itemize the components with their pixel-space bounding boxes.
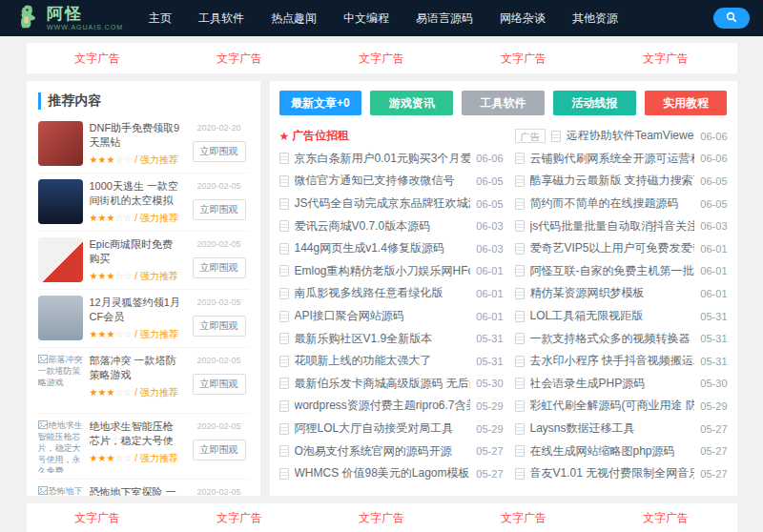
article-row[interactable]: ★ Emlog重构精仿老版小刀娱乐网HFoldao模... 06-01	[279, 260, 504, 283]
article-title[interactable]: 简约而不简单的在线搜题源码	[530, 195, 695, 212]
text-ad-link[interactable]: 文字广告	[74, 51, 120, 67]
recommend-item[interactable]: DNF助手免费领取9天黑钻 ★★★☆☆ / 强力推荐 2020-02-20 立即…	[38, 115, 249, 174]
article-row[interactable]: ★ 花呗新上线的功能太强大了 05-31	[279, 350, 504, 373]
article-row[interactable]: ★ 去水印小程序 快手抖音视频搬运工上热门... 05-31	[504, 350, 728, 373]
article-row[interactable]: ★ 广告位招租	[279, 125, 504, 148]
category-button[interactable]: 最新文章+0	[279, 91, 362, 115]
article-row[interactable]: ★ 爱奇艺VIP5以上用户可免费发爱奇艺VIP红包 06-01	[504, 237, 728, 260]
article-row[interactable]: ★ 云铺购代刷网系统全开源可运营程序搭建 06-06	[504, 148, 728, 171]
nav-item[interactable]: 易语言源码	[416, 10, 473, 27]
recommend-item[interactable]: 部落冲突 一款塔防策略游戏 部落冲突 一款塔防策略游戏 ★★★☆☆ / 强力推荐…	[38, 348, 249, 414]
article-row[interactable]: ★ 最新乐购社区V1.9全新版本 05-31	[279, 327, 504, 350]
article-title[interactable]: 广告位招租	[292, 128, 497, 144]
watch-now-button[interactable]: 立即围观	[193, 316, 246, 337]
article-title[interactable]: WHMCS 价值98美元的Lagom模板开源	[295, 465, 471, 481]
watch-now-button[interactable]: 立即围观	[193, 199, 246, 220]
article-row[interactable]: ★ 精仿某资源网织梦模板 06-01	[504, 282, 728, 305]
text-ad-link[interactable]: 文字广告	[74, 510, 120, 526]
nav-item[interactable]: 主页	[149, 10, 172, 27]
article-title[interactable]: API接口聚合网站源码	[295, 308, 471, 324]
article-row[interactable]: ★ js代码批量批量自动取消抖音关注 06-03	[504, 215, 728, 237]
article-title[interactable]: O泡易支付系统官网的源码开源	[295, 443, 471, 460]
article-title[interactable]: Laysns数据迁移工具	[530, 420, 695, 437]
article-title[interactable]: 酷享磁力云最新版 支持磁力搜索下载和一...	[530, 173, 695, 189]
article-title[interactable]: Emlog重构精仿老版小刀娱乐网HFoldao模...	[295, 263, 471, 279]
article-title[interactable]: 精仿某资源网织梦模板	[530, 285, 695, 301]
article-row[interactable]: ★ 阿怪互联-自家的免费主机第一批正式开启 06-01	[504, 260, 728, 283]
search-button[interactable]	[713, 8, 750, 29]
article-title[interactable]: 爱奇艺VIP5以上用户可免费发爱奇艺VIP红包	[530, 240, 695, 256]
article-row[interactable]: ★ WHMCS 价值98美元的Lagom模板开源 05-27	[279, 462, 504, 485]
category-button[interactable]: 游戏资讯	[370, 91, 453, 115]
text-ad-link[interactable]: 文字广告	[359, 510, 404, 526]
article-row[interactable]: ★ 阿狸LOL大厅自动接受对局工具 05-29	[279, 418, 504, 440]
article-title[interactable]: wordpress资源付费主题ripro6.7含美化包...	[295, 398, 471, 414]
text-ad-link[interactable]: 文字广告	[501, 51, 546, 67]
article-row[interactable]: ★ 彩虹代刷全解源码(可商业用途 防黑) 05-29	[504, 395, 728, 418]
watch-now-button[interactable]: 立即围观	[193, 257, 246, 278]
recommend-item[interactable]: 1000天逃生 一款空间街机的太空模拟经营游戏 ★★★☆☆ / 强力推荐 202…	[38, 174, 249, 232]
article-row[interactable]: ★ 广告 远程协助软件TeamViewer v11 单文件版 06-06	[504, 125, 728, 148]
article-title[interactable]: 音友V1.01 无视付费限制全网音乐无损免费...	[530, 465, 695, 481]
site-logo[interactable]: 阿怪 WWW.AGUAIS.COM	[13, 2, 135, 34]
article-title[interactable]: 在线生成网站缩略图php源码	[530, 443, 695, 460]
article-title[interactable]: 京东白条新用户0.01元购买3个月爱奇艺黄...	[295, 151, 471, 167]
article-row[interactable]: ★ 简约而不简单的在线搜题源码 06-05	[504, 193, 728, 215]
article-row[interactable]: ★ Laysns数据迁移工具 05-27	[504, 418, 728, 440]
nav-item[interactable]: 其他资源	[572, 10, 618, 27]
nav-item[interactable]: 网络杂谈	[500, 10, 546, 27]
article-title[interactable]: 最新伯乐发卡商城高级版源码 无后门	[295, 376, 471, 392]
text-ad-link[interactable]: 文字广告	[359, 51, 404, 67]
article-title[interactable]: 南瓜影视多线路任意看绿化版	[295, 285, 471, 301]
article-row[interactable]: ★ 京东白条新用户0.01元购买3个月爱奇艺黄... 06-06	[279, 148, 504, 171]
text-ad-link[interactable]: 文字广告	[643, 51, 689, 67]
article-title[interactable]: 远程协助软件TeamViewer v11 单文件版	[567, 128, 695, 144]
text-ad-link[interactable]: 文字广告	[501, 510, 546, 526]
article-row[interactable]: ★ 社会语录生成PHP源码 05-30	[504, 373, 728, 396]
article-row[interactable]: ★ 在线生成网站缩略图php源码 05-27	[504, 440, 728, 462]
article-title[interactable]: 社会语录生成PHP源码	[530, 376, 695, 392]
article-title[interactable]: 阿狸LOL大厅自动接受对局工具	[295, 420, 471, 437]
text-ad-link[interactable]: 文字广告	[643, 510, 689, 526]
article-title[interactable]: 144g网页生成v1.4修复版源码	[295, 240, 471, 256]
article-title[interactable]: 微信官方通知已支持修改微信号	[295, 173, 471, 189]
article-title[interactable]: 云铺购代刷网系统全开源可运营程序搭建	[530, 151, 695, 167]
nav-item[interactable]: 中文编程	[343, 10, 389, 27]
article-row[interactable]: ★ 爱讯云商城V0.7.0版本源码 06-03	[279, 215, 504, 237]
article-title[interactable]: JS代码全自动完成京东品牌狂欢城活动任务	[295, 195, 471, 212]
category-button[interactable]: 工具软件	[462, 91, 545, 115]
recommend-item[interactable]: 绝地求生智能压枪芯片，稳定大号使用，永久免费 绝地求生智能压枪芯片，稳定大号使用…	[38, 414, 249, 480]
category-button[interactable]: 活动线报	[553, 91, 636, 115]
article-title[interactable]: 彩虹代刷全解源码(可商业用途 防黑)	[530, 398, 695, 414]
article-row[interactable]: ★ 一款支持格式众多的视频转换器 05-31	[504, 327, 728, 350]
category-button[interactable]: 实用教程	[645, 91, 728, 115]
article-title[interactable]: 去水印小程序 快手抖音视频搬运工上热门...	[530, 353, 695, 369]
article-title[interactable]: 阿怪互联-自家的免费主机第一批正式开启	[530, 263, 695, 279]
article-title[interactable]: 一款支持格式众多的视频转换器	[530, 331, 695, 347]
article-row[interactable]: ★ JS代码全自动完成京东品牌狂欢城活动任务 06-05	[279, 193, 504, 215]
article-row[interactable]: ★ 酷享磁力云最新版 支持磁力搜索下载和一... 06-05	[504, 170, 728, 193]
article-row[interactable]: ★ 微信官方通知已支持修改微信号 06-05	[279, 170, 504, 193]
article-title[interactable]: js代码批量批量自动取消抖音关注	[530, 218, 695, 235]
watch-now-button[interactable]: 立即围观	[193, 141, 246, 162]
article-title[interactable]: 花呗新上线的功能太强大了	[295, 353, 471, 369]
nav-item[interactable]: 工具软件	[198, 10, 244, 27]
article-row[interactable]: ★ 音友V1.01 无视付费限制全网音乐无损免费... 05-27	[504, 462, 728, 485]
article-row[interactable]: ★ 144g网页生成v1.4修复版源码 06-03	[279, 237, 504, 260]
article-title[interactable]: 最新乐购社区V1.9全新版本	[295, 331, 471, 347]
article-title[interactable]: 爱讯云商城V0.7.0版本源码	[295, 218, 471, 235]
article-title[interactable]: LOL工具箱无限视距版	[530, 308, 695, 324]
article-row[interactable]: ★ API接口聚合网站源码 06-01	[279, 305, 504, 328]
text-ad-link[interactable]: 文字广告	[217, 51, 262, 67]
text-ad-link[interactable]: 文字广告	[217, 510, 262, 526]
nav-item[interactable]: 热点趣闻	[271, 10, 317, 27]
article-row[interactable]: ★ 最新伯乐发卡商城高级版源码 无后门 05-30	[279, 373, 504, 396]
article-row[interactable]: ★ wordpress资源付费主题ripro6.7含美化包... 05-29	[279, 395, 504, 418]
recommend-item[interactable]: 12月灵狐签约领1月CF会员 ★★★☆☆ / 强力推荐 2020-02-05 立…	[38, 290, 249, 348]
article-row[interactable]: ★ O泡易支付系统官网的源码开源 05-27	[279, 440, 504, 462]
recommend-item[interactable]: Epic商城限时免费购买《SUPERHOT》游戏 ★★★☆☆ / 强力推荐 20…	[38, 232, 249, 290]
watch-now-button[interactable]: 立即围观	[193, 374, 246, 395]
article-row[interactable]: ★ LOL工具箱无限视距版 05-31	[504, 305, 728, 328]
watch-now-button[interactable]: 立即围观	[193, 440, 246, 460]
recommend-item[interactable]: 恐怖地下室探险 一款恐怖逃生解谜类游戏 恐怖地下室探险 一款恐怖逃生解谜类游戏 …	[38, 480, 249, 496]
